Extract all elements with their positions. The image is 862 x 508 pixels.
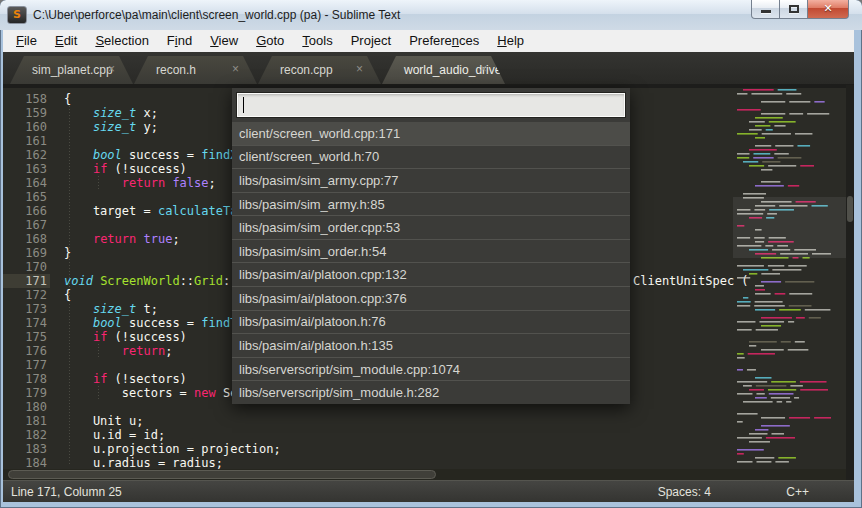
sublime-text-window: S C:\Uber\perforce\pa\main\client\screen…: [0, 0, 862, 508]
result-item[interactable]: libs/serverscript/sim_module.cpp:1074: [232, 357, 630, 381]
result-item[interactable]: libs/pasim/ai/platoon.cpp:132: [232, 262, 630, 286]
code-line[interactable]: 181 Unit u;: [3, 414, 846, 428]
result-item[interactable]: libs/pasim/sim_army.h:85: [232, 192, 630, 216]
tab-label: recon.h: [156, 63, 196, 77]
tab-label: world_audio_driver.cpp: [404, 63, 527, 77]
tab-recon.cpp[interactable]: recon.cpp×: [258, 56, 381, 84]
code-text: sectors = new Se: [64, 386, 237, 400]
line-number: 184: [3, 456, 50, 470]
menu-item-help[interactable]: Help: [488, 30, 533, 52]
line-number: 179: [3, 386, 50, 400]
code-line[interactable]: 182 u.id = id;: [3, 428, 846, 442]
code-text: size_t x;: [64, 106, 158, 120]
code-line[interactable]: 184 u.radius = radius;: [3, 456, 846, 470]
status-bar: Line 171, Column 25 Spaces: 4 C++: [3, 480, 854, 502]
line-number: 173: [3, 302, 50, 316]
menu-item-goto[interactable]: Goto: [247, 30, 293, 52]
line-number: 159: [3, 106, 50, 120]
line-number: 158: [3, 92, 50, 106]
line-number: 183: [3, 442, 50, 456]
code-text: target = calculateTa: [64, 204, 237, 218]
menu-item-tools[interactable]: Tools: [293, 30, 341, 52]
line-number: 168: [3, 232, 50, 246]
code-text: u.id = id;: [64, 428, 165, 442]
code-text: {: [64, 92, 71, 106]
code-text: if (!success): [64, 330, 187, 344]
code-text: bool success = findT: [64, 316, 237, 330]
line-number: 164: [3, 176, 50, 190]
result-item[interactable]: client/screen_world.cpp:171: [232, 122, 630, 145]
close-button[interactable]: ✕: [808, 0, 849, 19]
code-text: u.radius = radius;: [64, 456, 223, 470]
result-item[interactable]: libs/pasim/ai/platoon.h:135: [232, 333, 630, 357]
tab-label: recon.cpp: [280, 63, 333, 77]
menu-bar: FileEditSelectionFindViewGotoToolsProjec…: [3, 30, 854, 52]
cursor-position-status: Line 171, Column 25: [11, 481, 122, 503]
result-item[interactable]: libs/pasim/sim_order.h:54: [232, 239, 630, 263]
code-text: if (!success): [64, 162, 187, 176]
code-text: size_t t;: [64, 302, 158, 316]
line-number: 167: [3, 218, 50, 232]
line-number: 163: [3, 162, 50, 176]
vertical-scrollbar[interactable]: [846, 85, 854, 480]
code-text: u.projection = projection;: [64, 442, 281, 456]
minimap[interactable]: [733, 85, 846, 470]
tab-strip: sim_planet.cpp×recon.h×recon.cpp×world_a…: [10, 56, 506, 84]
maximize-icon: [789, 5, 799, 13]
menu-item-selection[interactable]: Selection: [86, 30, 157, 52]
vertical-scrollbar-thumb[interactable]: [847, 196, 853, 222]
code-text: }: [64, 246, 71, 260]
minimize-button[interactable]: [751, 0, 780, 19]
horizontal-scrollbar[interactable]: [3, 469, 846, 480]
goto-anything-panel: client/screen_world.cpp:171client/screen…: [232, 88, 630, 404]
menu-item-project[interactable]: Project: [342, 30, 400, 52]
tab-sim_planet.cpp[interactable]: sim_planet.cpp×: [10, 56, 133, 84]
maximize-button[interactable]: [780, 0, 808, 19]
tab-close-icon[interactable]: ×: [232, 62, 239, 76]
line-number: 180: [3, 400, 50, 414]
window-title: C:\Uber\perforce\pa\main\client\screen_w…: [33, 0, 400, 30]
result-item[interactable]: libs/pasim/sim_order.cpp:53: [232, 215, 630, 239]
menu-item-find[interactable]: Find: [158, 30, 201, 52]
menu-item-view[interactable]: View: [201, 30, 247, 52]
result-item[interactable]: libs/pasim/ai/platoon.h:76: [232, 310, 630, 334]
result-item[interactable]: libs/pasim/ai/platoon.cpp:376: [232, 286, 630, 310]
menu-item-edit[interactable]: Edit: [46, 30, 86, 52]
tab-close-icon[interactable]: ×: [108, 62, 115, 76]
horizontal-scrollbar-thumb[interactable]: [8, 470, 436, 479]
line-number: 175: [3, 330, 50, 344]
tab-recon.h[interactable]: recon.h×: [134, 56, 257, 84]
line-number: 169: [3, 246, 50, 260]
tab-close-icon[interactable]: ×: [356, 62, 363, 76]
tab-close-icon[interactable]: ×: [480, 62, 487, 76]
line-number: 161: [3, 134, 50, 148]
code-text: void ScreenWorld::Grid::: [64, 274, 237, 288]
result-item[interactable]: client/screen_world.h:70: [232, 145, 630, 169]
line-number: 181: [3, 414, 50, 428]
result-item[interactable]: libs/serverscript/sim_module.h:282: [232, 380, 630, 404]
line-number: 176: [3, 344, 50, 358]
code-text: return;: [64, 344, 172, 358]
goto-anything-input[interactable]: [236, 92, 626, 118]
tab-world_audio_driver.cpp[interactable]: world_audio_driver.cpp×: [382, 56, 505, 84]
title-bar[interactable]: S C:\Uber\perforce\pa\main\client\screen…: [0, 0, 862, 30]
menu-item-file[interactable]: File: [7, 30, 46, 52]
code-text-fragment: ClientUnitSpec (: [633, 274, 749, 288]
line-number: 178: [3, 372, 50, 386]
result-item[interactable]: libs/pasim/sim_army.cpp:77: [232, 168, 630, 192]
window-controls: ✕: [751, 0, 849, 19]
sublime-text-app-icon: S: [7, 6, 27, 24]
code-line[interactable]: 183 u.projection = projection;: [3, 442, 846, 456]
code-text: size_t y;: [64, 120, 158, 134]
line-number: 171: [3, 274, 50, 288]
minimize-icon: [761, 10, 771, 13]
code-text: return false;: [64, 176, 216, 190]
line-number: 177: [3, 358, 50, 372]
line-number: 182: [3, 428, 50, 442]
tab-bar: sim_planet.cpp×recon.h×recon.cpp×world_a…: [3, 52, 854, 88]
syntax-status[interactable]: C++: [786, 481, 809, 503]
text-caret-icon: [243, 97, 244, 113]
menu-item-preferences[interactable]: Preferences: [400, 30, 488, 52]
indentation-status[interactable]: Spaces: 4: [658, 481, 711, 503]
tab-label: sim_planet.cpp: [32, 63, 113, 77]
